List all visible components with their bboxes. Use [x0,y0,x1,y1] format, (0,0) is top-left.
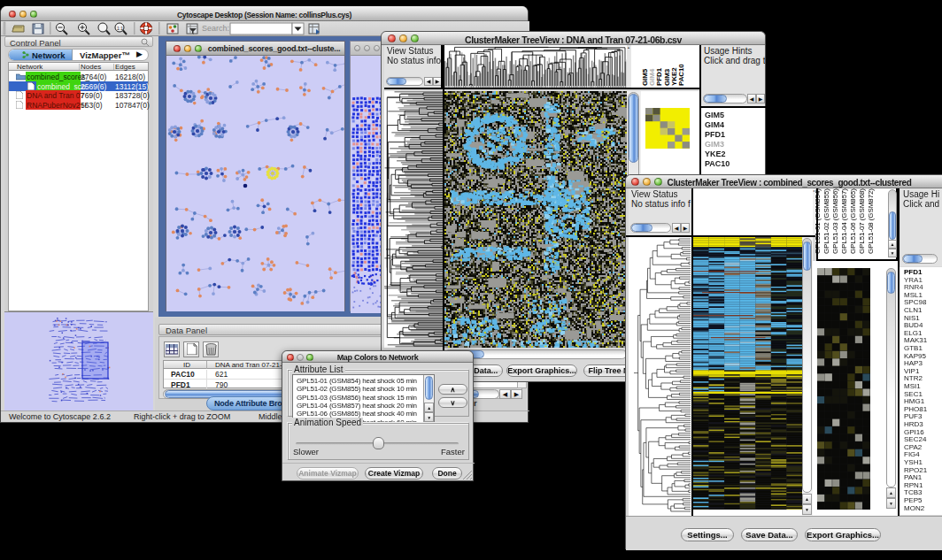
svg-text:1:1: 1:1 [117,26,123,31]
svg-text:Search:: Search: [202,24,229,33]
